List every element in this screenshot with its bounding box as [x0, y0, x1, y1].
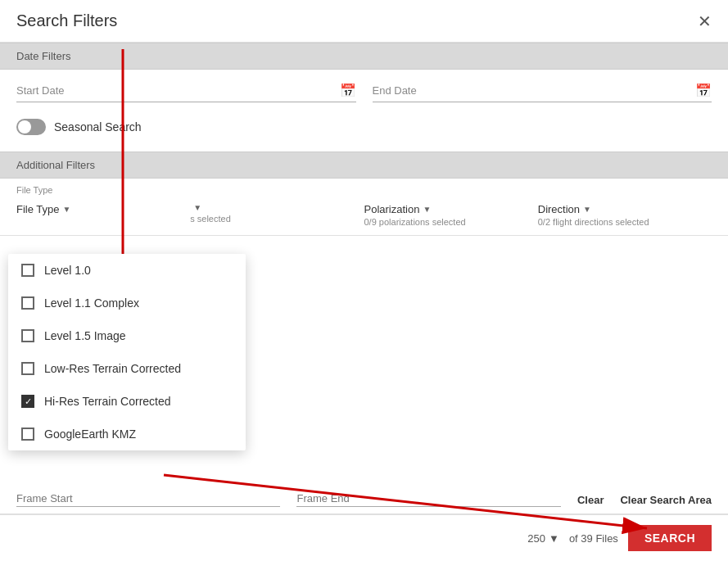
direction-dropdown-btn[interactable]: Direction ▼	[538, 203, 591, 215]
seasonal-search-toggle[interactable]	[16, 119, 46, 135]
checkbox-level15[interactable]	[21, 329, 34, 342]
calendar-end-icon: 📅	[695, 83, 712, 98]
checkbox-level11[interactable]	[21, 296, 34, 310]
file-type-btn-label: File Type	[16, 203, 60, 215]
dropdown-item-label-level10: Level 1.0	[44, 264, 91, 277]
dropdown-item-label-hires: Hi-Res Terrain Corrected	[44, 395, 171, 408]
dropdown-item-lowres[interactable]: Low-Res Terrain Corrected	[8, 352, 246, 385]
date-row: Start Date 📅 End Date 📅	[16, 83, 712, 102]
dropdown-item-label-lowres: Low-Res Terrain Corrected	[44, 362, 181, 375]
polarization-selected: 0/9 polarizations selected	[364, 217, 530, 227]
frame-start-field[interactable]	[16, 492, 280, 507]
subtype-dropdown-btn[interactable]: ▼	[190, 203, 201, 212]
seasonal-search-row: Seasonal Search	[16, 115, 712, 138]
clear-search-area-button[interactable]: Clear Search Area	[620, 494, 712, 506]
subtype-selected: s selected	[190, 214, 355, 224]
dropdown-item-label-level15: Level 1.5 Image	[44, 329, 126, 342]
clear-button[interactable]: Clear	[577, 494, 604, 506]
checkbox-level10[interactable]	[21, 264, 34, 277]
dropdown-item-level15[interactable]: Level 1.5 Image	[8, 319, 246, 352]
frame-end-input[interactable]	[296, 492, 560, 507]
frame-end-field[interactable]	[296, 492, 560, 507]
date-filters-section: Start Date 📅 End Date 📅 Seasonal Search	[0, 70, 728, 152]
modal-footer: 250 ▼ of 39 Files SEARCH	[0, 514, 728, 561]
dropdown-item-level10[interactable]: Level 1.0	[8, 254, 246, 287]
modal-title: Search Filters	[16, 11, 117, 30]
frame-start-input[interactable]	[16, 492, 280, 507]
checkbox-lowres[interactable]	[21, 362, 34, 375]
file-type-col: File Type ▼	[16, 203, 190, 235]
end-date-field[interactable]: End Date 📅	[373, 83, 712, 102]
close-button[interactable]: ✕	[698, 13, 712, 29]
dropdown-item-hires[interactable]: Hi-Res Terrain Corrected	[8, 385, 246, 418]
subtype-chevron-icon: ▼	[193, 203, 201, 212]
per-page-selector: 250 ▼	[527, 532, 559, 545]
end-date-label: End Date	[373, 84, 696, 97]
dropdown-item-kmz[interactable]: GoogleEarth KMZ	[8, 418, 246, 450]
file-type-dropdown-btn[interactable]: File Type ▼	[16, 203, 70, 215]
filter-columns-row: File Type ▼ ▼ s selected Polarization ▼ …	[0, 195, 728, 236]
direction-col: Direction ▼ 0/2 flight directions select…	[538, 203, 712, 235]
start-date-label: Start Date	[16, 84, 340, 97]
calendar-start-icon: 📅	[340, 83, 356, 98]
polarization-chevron-icon: ▼	[423, 205, 431, 214]
polarization-btn-label: Polarization	[364, 203, 420, 215]
modal-header: Search Filters ✕	[0, 0, 728, 43]
additional-filters-section-header: Additional Filters	[0, 152, 728, 179]
search-button[interactable]: SEARCH	[628, 525, 712, 551]
toggle-knob	[18, 120, 31, 133]
per-page-value: 250	[527, 532, 545, 545]
file-type-label: File Type	[16, 185, 52, 195]
modal-overlay: Search Filters ✕ Date Filters Start Date…	[0, 0, 728, 561]
checkbox-hires[interactable]	[21, 395, 34, 408]
frame-row: Clear Clear Search Area	[0, 486, 728, 514]
polarization-dropdown-btn[interactable]: Polarization ▼	[364, 203, 432, 215]
dropdown-item-label-level11: Level 1.1 Complex	[44, 296, 139, 310]
start-date-field[interactable]: Start Date 📅	[16, 83, 356, 102]
checkbox-kmz[interactable]	[21, 428, 34, 441]
direction-chevron-icon: ▼	[583, 205, 591, 214]
direction-btn-label: Direction	[538, 203, 580, 215]
subtype-col: ▼ s selected	[190, 203, 364, 235]
file-type-chevron-icon: ▼	[63, 205, 71, 214]
file-type-label-row: File Type	[0, 179, 728, 195]
search-filters-modal: Search Filters ✕ Date Filters Start Date…	[0, 0, 728, 561]
date-filters-section-header: Date Filters	[0, 43, 728, 70]
direction-selected: 0/2 flight directions selected	[538, 217, 703, 227]
seasonal-search-label: Seasonal Search	[54, 120, 142, 133]
file-type-dropdown-menu: Level 1.0Level 1.1 ComplexLevel 1.5 Imag…	[8, 254, 246, 450]
dropdown-item-label-kmz: GoogleEarth KMZ	[44, 428, 136, 441]
per-page-chevron-icon: ▼	[549, 532, 559, 545]
of-files-label: of 39 Files	[569, 532, 618, 545]
dropdown-item-level11[interactable]: Level 1.1 Complex	[8, 287, 246, 319]
polarization-col: Polarization ▼ 0/9 polarizations selecte…	[364, 203, 538, 235]
